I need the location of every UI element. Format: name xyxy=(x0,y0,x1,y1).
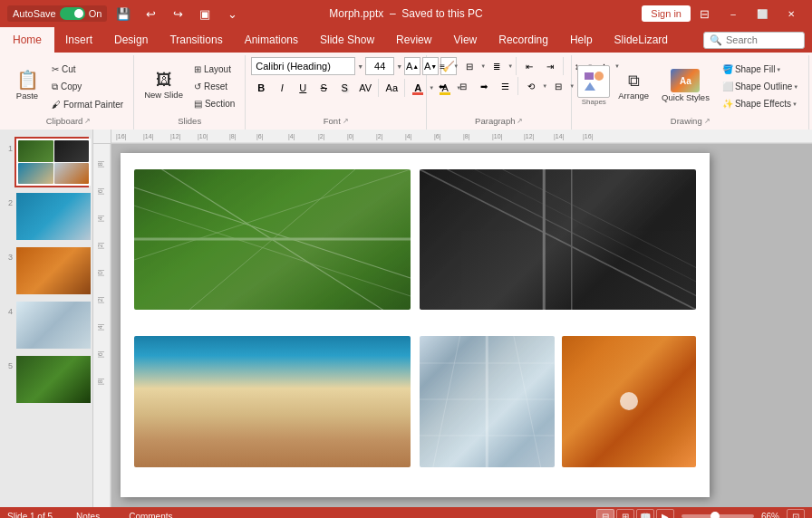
numbered-dropdown[interactable]: ▼ xyxy=(480,63,486,69)
svg-line-33 xyxy=(134,187,411,278)
layout-button[interactable]: ⊞ Layout xyxy=(189,62,239,77)
bullet-dropdown[interactable]: ▼ xyxy=(453,63,459,69)
slide-thumb-2[interactable] xyxy=(14,191,89,242)
bullet-list-button[interactable]: ≡ xyxy=(432,57,452,75)
tab-view[interactable]: View xyxy=(442,27,488,53)
autosave-toggle[interactable]: AutoSave On xyxy=(7,5,107,22)
new-slide-button[interactable]: 🖼 New Slide xyxy=(140,68,188,103)
search-input[interactable] xyxy=(726,34,798,45)
italic-button[interactable]: I xyxy=(272,79,292,97)
shapes-gallery[interactable] xyxy=(577,65,610,98)
increase-font-button[interactable]: A▲ xyxy=(404,57,420,75)
close-button[interactable]: ✕ xyxy=(778,5,805,23)
tab-design[interactable]: Design xyxy=(103,27,159,53)
justify-button[interactable]: ☰ xyxy=(495,77,515,95)
slideshow-button[interactable]: ▶ xyxy=(656,509,674,518)
arrange-button[interactable]: ⧉ Arrange xyxy=(614,68,653,104)
tab-animations[interactable]: Animations xyxy=(234,27,309,53)
font-color-button[interactable]: A xyxy=(408,79,428,97)
quick-styles-button[interactable]: Aa Quick Styles xyxy=(657,65,714,106)
align-center-button[interactable]: ⊟ xyxy=(453,77,473,95)
tab-transitions[interactable]: Transitions xyxy=(159,27,233,53)
tab-slideshow[interactable]: Slide Show xyxy=(309,27,385,53)
save-button[interactable]: 💾 xyxy=(112,3,134,24)
text-dir-dropdown[interactable]: ▼ xyxy=(542,83,547,89)
font-size-dropdown-icon[interactable]: ▼ xyxy=(396,63,402,70)
font-expand-icon[interactable]: ↗ xyxy=(343,117,349,125)
slide-thumb-1[interactable] xyxy=(14,137,89,187)
copy-button[interactable]: ⧉ Copy xyxy=(47,79,128,95)
photo-leaf[interactable] xyxy=(134,169,411,310)
cut-button[interactable]: ✂ Cut xyxy=(47,62,128,77)
photo-glass[interactable] xyxy=(420,336,555,467)
bold-button[interactable]: B xyxy=(251,79,271,97)
present-button[interactable]: ▣ xyxy=(194,3,216,24)
slide-item-4: 4 xyxy=(4,300,89,350)
align-left-button[interactable]: ⬅ xyxy=(432,77,452,95)
text-shadow-button[interactable]: S xyxy=(334,79,354,97)
tab-insert[interactable]: Insert xyxy=(54,27,103,53)
char-spacing-button[interactable]: AV xyxy=(355,79,375,97)
comments-button[interactable]: Comments xyxy=(123,507,178,518)
normal-view-button[interactable]: ⊟ xyxy=(596,509,614,518)
font-size-input[interactable] xyxy=(365,57,394,75)
ribbon-display-button[interactable]: ⊟ xyxy=(694,3,716,24)
increase-indent-button[interactable]: ⇥ xyxy=(540,57,560,75)
slide-sorter-button[interactable]: ⊞ xyxy=(616,509,634,518)
undo-button[interactable]: ↩ xyxy=(140,3,161,24)
reset-button[interactable]: ↺ Reset xyxy=(189,79,239,94)
notes-button[interactable]: Notes xyxy=(71,507,105,518)
multilevel-dropdown[interactable]: ▼ xyxy=(508,63,513,69)
redo-button[interactable]: ↪ xyxy=(167,3,188,24)
photo-orange[interactable] xyxy=(562,336,697,467)
slide-panel[interactable]: 1 2 3 4 xyxy=(0,130,93,507)
photo-metal[interactable] xyxy=(420,169,696,310)
font-name-input[interactable] xyxy=(251,57,355,75)
tab-help[interactable]: Help xyxy=(559,27,604,53)
shape-effects-button[interactable]: ✨ Shape Effects ▼ xyxy=(718,96,803,111)
fit-slide-button[interactable]: ⊡ xyxy=(787,509,805,518)
decrease-indent-button[interactable]: ⇤ xyxy=(519,57,539,75)
drawing-expand-icon[interactable]: ↗ xyxy=(704,117,710,125)
zoom-thumb[interactable] xyxy=(710,512,720,518)
font-name-dropdown-icon[interactable]: ▼ xyxy=(357,63,363,70)
shape-fill-button[interactable]: 🪣 Shape Fill ▼ xyxy=(718,62,803,77)
shape-fill-dropdown[interactable]: ▼ xyxy=(776,67,781,72)
restore-button[interactable]: ⬜ xyxy=(749,5,776,23)
shape-effects-dropdown[interactable]: ▼ xyxy=(792,101,798,107)
strikethrough-button[interactable]: S xyxy=(314,79,334,97)
shape-outline-dropdown[interactable]: ▼ xyxy=(793,84,798,90)
multilevel-list-button[interactable]: ≣ xyxy=(487,57,507,75)
paste-button[interactable]: 📋 Paste xyxy=(9,66,45,105)
tab-recording[interactable]: Recording xyxy=(488,27,559,53)
slide-canvas[interactable] xyxy=(121,153,710,497)
tab-slidelizard[interactable]: SlideLizard xyxy=(604,27,679,53)
tab-home[interactable]: Home xyxy=(0,27,54,53)
autosave-switch[interactable] xyxy=(60,7,85,20)
section-button[interactable]: ▤ Section xyxy=(189,96,239,111)
tab-review[interactable]: Review xyxy=(385,27,442,53)
slide-thumb-3[interactable] xyxy=(14,245,89,296)
ribbon-tabs: Home Insert Design Transitions Animation… xyxy=(0,27,812,53)
minimize-button[interactable]: – xyxy=(720,5,747,23)
shape-outline-button[interactable]: ⬜ Shape Outline ▼ xyxy=(718,79,803,94)
canvas-area[interactable]: |16| |14| |12| |10| |8| |6| |4| |2| |0| … xyxy=(93,130,812,507)
reading-view-button[interactable]: 📖 xyxy=(636,509,654,518)
shapes-label[interactable]: Shapes xyxy=(582,98,606,106)
customize-qat-button[interactable]: ⌄ xyxy=(221,3,243,24)
align-right-button[interactable]: ➡ xyxy=(474,77,494,95)
sign-in-button[interactable]: Sign in xyxy=(642,5,691,22)
slide-thumb-5[interactable] xyxy=(14,354,89,405)
format-painter-button[interactable]: 🖌 Format Painter xyxy=(47,97,128,112)
ribbon-search-box[interactable]: 🔍 xyxy=(703,32,805,49)
change-case-button[interactable]: Aa xyxy=(382,79,401,97)
zoom-slider[interactable] xyxy=(682,514,754,518)
slide-thumb-4[interactable] xyxy=(14,300,89,350)
clipboard-expand-icon[interactable]: ↗ xyxy=(84,117,91,125)
underline-button[interactable]: U xyxy=(293,79,313,97)
text-direction-button[interactable]: ⟲ xyxy=(521,77,541,95)
numbered-list-button[interactable]: ⊟ xyxy=(459,57,479,75)
photo-ocean[interactable] xyxy=(134,336,411,467)
paragraph-expand-icon[interactable]: ↗ xyxy=(517,117,523,125)
align-text-button[interactable]: ⊟ xyxy=(548,77,568,95)
